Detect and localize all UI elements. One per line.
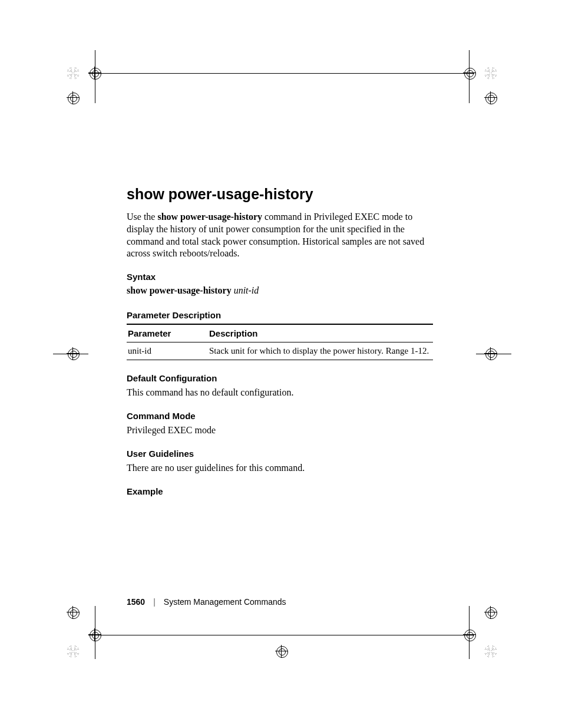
table-cell-description: Stack unit for which to display the powe… [208, 342, 433, 360]
halftone-dot-icon [67, 67, 80, 80]
command-mode-body: Privileged EXEC mode [127, 424, 433, 437]
chapter-name: System Management Commands [164, 597, 286, 607]
intro-paragraph: Use the show power-usage-history command… [127, 211, 433, 260]
crop-line [476, 354, 511, 354]
registration-mark-icon [67, 91, 80, 104]
table-cell-parameter: unit-id [127, 342, 208, 360]
command-mode-heading: Command Mode [127, 411, 433, 421]
parameter-description-heading: Parameter Description [127, 310, 433, 320]
table-row: unit-id Stack unit for which to display … [127, 342, 433, 360]
table-header-row: Parameter Description [127, 324, 433, 342]
halftone-dot-icon [484, 67, 497, 80]
crop-line [88, 73, 474, 74]
halftone-dot-icon [67, 645, 80, 658]
registration-mark-icon [275, 645, 288, 658]
crop-line [469, 606, 470, 659]
command-title: show power-usage-history [127, 186, 433, 203]
page-number: 1560 [127, 597, 145, 607]
syntax-heading: Syntax [127, 272, 433, 282]
crop-line [88, 635, 474, 635]
registration-mark-icon [67, 606, 80, 619]
default-configuration-heading: Default Configuration [127, 373, 433, 383]
table-header-description: Description [208, 324, 433, 342]
page-content: show power-usage-history Use the show po… [127, 186, 433, 500]
crop-line [95, 50, 95, 103]
crop-line [469, 50, 470, 103]
syntax-line: show power-usage-history unit-id [127, 285, 433, 296]
example-heading: Example [127, 486, 433, 496]
halftone-dot-icon [484, 645, 497, 658]
default-configuration-body: This command has no default configuratio… [127, 387, 433, 399]
syntax-command: show power-usage-history [127, 285, 232, 295]
user-guidelines-heading: User Guidelines [127, 449, 433, 459]
user-guidelines-body: There are no user guidelines for this co… [127, 462, 433, 475]
intro-command-name: show power-usage-history [157, 212, 262, 222]
intro-pre: Use the [127, 212, 157, 222]
registration-mark-icon [484, 606, 497, 619]
crop-line [95, 606, 95, 659]
page-footer: 1560 | System Management Commands [127, 597, 433, 607]
registration-mark-icon [484, 91, 497, 104]
parameter-table: Parameter Description unit-id Stack unit… [127, 324, 433, 360]
crop-line [53, 354, 88, 354]
footer-separator: | [153, 597, 156, 607]
syntax-argument: unit-id [234, 285, 259, 295]
table-header-parameter: Parameter [127, 324, 208, 342]
